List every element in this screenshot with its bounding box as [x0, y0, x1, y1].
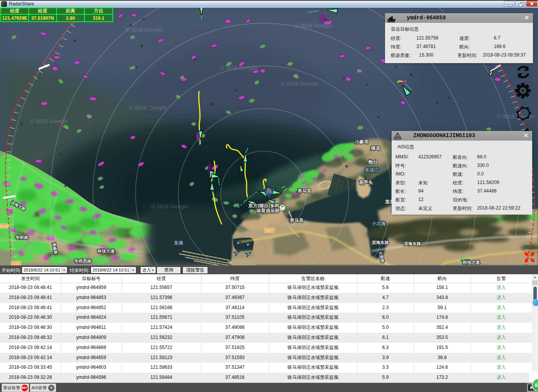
svg-text:科技大道: 科技大道 [97, 249, 115, 253]
svg-text:滨海东路: 滨海东路 [371, 240, 389, 245]
svg-text:东港: 东港 [174, 240, 184, 246]
svg-text:葫芦头: 葫芦头 [359, 180, 373, 185]
svg-text:体育俱乐部: 体育俱乐部 [256, 208, 280, 213]
svg-text:G18: G18 [13, 261, 19, 265]
svg-text:© 2018 Google: © 2018 Google [30, 118, 68, 124]
svg-text:© 2018 Google: © 2018 Google [295, 22, 333, 29]
svg-text:学府路: 学府路 [15, 235, 28, 240]
svg-text:S207: S207 [265, 229, 273, 232]
svg-text:S634: S634 [0, 224, 8, 228]
svg-text:小象岛: 小象岛 [354, 139, 369, 144]
svg-text:滨海东路: 滨海东路 [404, 241, 421, 246]
svg-text:东庙江: 东庙江 [364, 167, 379, 173]
svg-text:© 2018 Google: © 2018 Google [271, 221, 309, 227]
svg-text:獐岛: 獐岛 [371, 146, 380, 151]
svg-text:东方(烟台)乡村: 东方(烟台)乡村 [248, 203, 279, 208]
svg-text:养马岛: 养马岛 [297, 188, 311, 194]
svg-text:© 2018 Google: © 2018 Google [281, 81, 319, 87]
svg-text:© 2018 Google: © 2018 Google [129, 105, 167, 111]
svg-text:© 2018 Google: © 2018 Google [125, 27, 163, 33]
svg-text:小北海: 小北海 [371, 221, 386, 226]
svg-text:© 2018 Google: © 2018 Google [151, 203, 189, 210]
svg-text:© 2018 Google: © 2018 Google [220, 65, 258, 71]
svg-text:炮台: 炮台 [368, 159, 378, 165]
svg-text:科技大道: 科技大道 [462, 260, 480, 265]
svg-text:学府西路: 学府西路 [74, 259, 91, 263]
